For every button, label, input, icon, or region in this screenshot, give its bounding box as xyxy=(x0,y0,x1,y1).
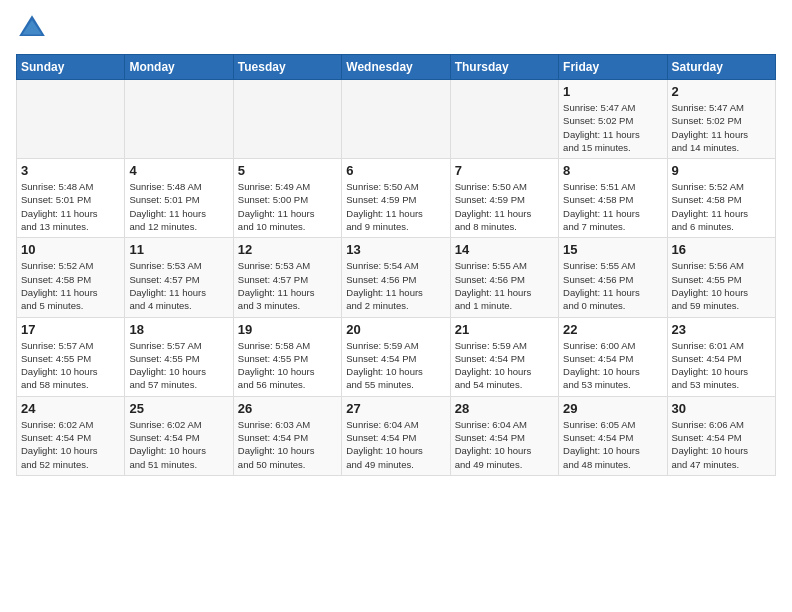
calendar-cell: 3Sunrise: 5:48 AM Sunset: 5:01 PM Daylig… xyxy=(17,159,125,238)
day-detail: Sunrise: 5:53 AM Sunset: 4:57 PM Dayligh… xyxy=(238,259,337,312)
header-row: SundayMondayTuesdayWednesdayThursdayFrid… xyxy=(17,55,776,80)
calendar-cell: 8Sunrise: 5:51 AM Sunset: 4:58 PM Daylig… xyxy=(559,159,667,238)
day-number: 16 xyxy=(672,242,771,257)
day-number: 26 xyxy=(238,401,337,416)
day-number: 20 xyxy=(346,322,445,337)
calendar-cell: 23Sunrise: 6:01 AM Sunset: 4:54 PM Dayli… xyxy=(667,317,775,396)
calendar-cell: 14Sunrise: 5:55 AM Sunset: 4:56 PM Dayli… xyxy=(450,238,558,317)
day-detail: Sunrise: 6:04 AM Sunset: 4:54 PM Dayligh… xyxy=(346,418,445,471)
calendar-cell: 18Sunrise: 5:57 AM Sunset: 4:55 PM Dayli… xyxy=(125,317,233,396)
calendar-cell xyxy=(233,80,341,159)
day-number: 22 xyxy=(563,322,662,337)
calendar-cell: 22Sunrise: 6:00 AM Sunset: 4:54 PM Dayli… xyxy=(559,317,667,396)
calendar-cell: 29Sunrise: 6:05 AM Sunset: 4:54 PM Dayli… xyxy=(559,396,667,475)
calendar-week-row: 3Sunrise: 5:48 AM Sunset: 5:01 PM Daylig… xyxy=(17,159,776,238)
day-detail: Sunrise: 5:59 AM Sunset: 4:54 PM Dayligh… xyxy=(346,339,445,392)
day-detail: Sunrise: 5:47 AM Sunset: 5:02 PM Dayligh… xyxy=(672,101,771,154)
day-detail: Sunrise: 5:53 AM Sunset: 4:57 PM Dayligh… xyxy=(129,259,228,312)
day-detail: Sunrise: 5:48 AM Sunset: 5:01 PM Dayligh… xyxy=(129,180,228,233)
calendar-cell: 21Sunrise: 5:59 AM Sunset: 4:54 PM Dayli… xyxy=(450,317,558,396)
calendar-week-row: 17Sunrise: 5:57 AM Sunset: 4:55 PM Dayli… xyxy=(17,317,776,396)
day-detail: Sunrise: 6:02 AM Sunset: 4:54 PM Dayligh… xyxy=(129,418,228,471)
day-number: 17 xyxy=(21,322,120,337)
day-detail: Sunrise: 5:58 AM Sunset: 4:55 PM Dayligh… xyxy=(238,339,337,392)
day-detail: Sunrise: 5:52 AM Sunset: 4:58 PM Dayligh… xyxy=(21,259,120,312)
calendar-cell: 6Sunrise: 5:50 AM Sunset: 4:59 PM Daylig… xyxy=(342,159,450,238)
day-number: 7 xyxy=(455,163,554,178)
calendar-cell: 30Sunrise: 6:06 AM Sunset: 4:54 PM Dayli… xyxy=(667,396,775,475)
day-number: 30 xyxy=(672,401,771,416)
day-detail: Sunrise: 6:01 AM Sunset: 4:54 PM Dayligh… xyxy=(672,339,771,392)
day-number: 23 xyxy=(672,322,771,337)
calendar-week-row: 1Sunrise: 5:47 AM Sunset: 5:02 PM Daylig… xyxy=(17,80,776,159)
day-detail: Sunrise: 5:50 AM Sunset: 4:59 PM Dayligh… xyxy=(455,180,554,233)
calendar-cell: 9Sunrise: 5:52 AM Sunset: 4:58 PM Daylig… xyxy=(667,159,775,238)
day-detail: Sunrise: 6:00 AM Sunset: 4:54 PM Dayligh… xyxy=(563,339,662,392)
day-number: 10 xyxy=(21,242,120,257)
weekday-header: Thursday xyxy=(450,55,558,80)
day-number: 12 xyxy=(238,242,337,257)
day-detail: Sunrise: 6:05 AM Sunset: 4:54 PM Dayligh… xyxy=(563,418,662,471)
day-detail: Sunrise: 5:56 AM Sunset: 4:55 PM Dayligh… xyxy=(672,259,771,312)
day-number: 29 xyxy=(563,401,662,416)
calendar-cell: 16Sunrise: 5:56 AM Sunset: 4:55 PM Dayli… xyxy=(667,238,775,317)
calendar-cell: 5Sunrise: 5:49 AM Sunset: 5:00 PM Daylig… xyxy=(233,159,341,238)
day-detail: Sunrise: 6:06 AM Sunset: 4:54 PM Dayligh… xyxy=(672,418,771,471)
day-number: 11 xyxy=(129,242,228,257)
day-number: 9 xyxy=(672,163,771,178)
calendar-cell: 12Sunrise: 5:53 AM Sunset: 4:57 PM Dayli… xyxy=(233,238,341,317)
weekday-header: Tuesday xyxy=(233,55,341,80)
day-number: 2 xyxy=(672,84,771,99)
calendar-cell: 17Sunrise: 5:57 AM Sunset: 4:55 PM Dayli… xyxy=(17,317,125,396)
day-detail: Sunrise: 6:04 AM Sunset: 4:54 PM Dayligh… xyxy=(455,418,554,471)
day-number: 19 xyxy=(238,322,337,337)
weekday-header: Sunday xyxy=(17,55,125,80)
calendar-cell: 4Sunrise: 5:48 AM Sunset: 5:01 PM Daylig… xyxy=(125,159,233,238)
calendar-cell: 28Sunrise: 6:04 AM Sunset: 4:54 PM Dayli… xyxy=(450,396,558,475)
calendar-cell: 19Sunrise: 5:58 AM Sunset: 4:55 PM Dayli… xyxy=(233,317,341,396)
day-detail: Sunrise: 5:57 AM Sunset: 4:55 PM Dayligh… xyxy=(129,339,228,392)
day-detail: Sunrise: 5:54 AM Sunset: 4:56 PM Dayligh… xyxy=(346,259,445,312)
page-container: SundayMondayTuesdayWednesdayThursdayFrid… xyxy=(0,0,792,484)
calendar-cell: 24Sunrise: 6:02 AM Sunset: 4:54 PM Dayli… xyxy=(17,396,125,475)
calendar-cell: 13Sunrise: 5:54 AM Sunset: 4:56 PM Dayli… xyxy=(342,238,450,317)
calendar-week-row: 10Sunrise: 5:52 AM Sunset: 4:58 PM Dayli… xyxy=(17,238,776,317)
day-number: 18 xyxy=(129,322,228,337)
day-number: 3 xyxy=(21,163,120,178)
calendar-cell: 26Sunrise: 6:03 AM Sunset: 4:54 PM Dayli… xyxy=(233,396,341,475)
calendar-week-row: 24Sunrise: 6:02 AM Sunset: 4:54 PM Dayli… xyxy=(17,396,776,475)
day-number: 24 xyxy=(21,401,120,416)
day-detail: Sunrise: 5:48 AM Sunset: 5:01 PM Dayligh… xyxy=(21,180,120,233)
day-detail: Sunrise: 5:47 AM Sunset: 5:02 PM Dayligh… xyxy=(563,101,662,154)
day-number: 21 xyxy=(455,322,554,337)
day-detail: Sunrise: 5:55 AM Sunset: 4:56 PM Dayligh… xyxy=(563,259,662,312)
calendar-cell xyxy=(342,80,450,159)
day-number: 4 xyxy=(129,163,228,178)
day-number: 28 xyxy=(455,401,554,416)
day-detail: Sunrise: 5:52 AM Sunset: 4:58 PM Dayligh… xyxy=(672,180,771,233)
day-number: 8 xyxy=(563,163,662,178)
day-number: 6 xyxy=(346,163,445,178)
day-detail: Sunrise: 6:02 AM Sunset: 4:54 PM Dayligh… xyxy=(21,418,120,471)
weekday-header: Saturday xyxy=(667,55,775,80)
weekday-header: Wednesday xyxy=(342,55,450,80)
calendar-cell: 27Sunrise: 6:04 AM Sunset: 4:54 PM Dayli… xyxy=(342,396,450,475)
day-detail: Sunrise: 5:55 AM Sunset: 4:56 PM Dayligh… xyxy=(455,259,554,312)
logo-icon xyxy=(16,12,48,44)
calendar-cell xyxy=(450,80,558,159)
calendar-cell: 2Sunrise: 5:47 AM Sunset: 5:02 PM Daylig… xyxy=(667,80,775,159)
day-number: 14 xyxy=(455,242,554,257)
day-detail: Sunrise: 5:59 AM Sunset: 4:54 PM Dayligh… xyxy=(455,339,554,392)
day-detail: Sunrise: 5:50 AM Sunset: 4:59 PM Dayligh… xyxy=(346,180,445,233)
logo xyxy=(16,12,52,44)
calendar-cell: 7Sunrise: 5:50 AM Sunset: 4:59 PM Daylig… xyxy=(450,159,558,238)
day-number: 25 xyxy=(129,401,228,416)
calendar-cell: 1Sunrise: 5:47 AM Sunset: 5:02 PM Daylig… xyxy=(559,80,667,159)
calendar-cell: 10Sunrise: 5:52 AM Sunset: 4:58 PM Dayli… xyxy=(17,238,125,317)
calendar-cell: 25Sunrise: 6:02 AM Sunset: 4:54 PM Dayli… xyxy=(125,396,233,475)
day-number: 1 xyxy=(563,84,662,99)
calendar-cell xyxy=(125,80,233,159)
day-number: 13 xyxy=(346,242,445,257)
day-detail: Sunrise: 5:49 AM Sunset: 5:00 PM Dayligh… xyxy=(238,180,337,233)
day-number: 15 xyxy=(563,242,662,257)
